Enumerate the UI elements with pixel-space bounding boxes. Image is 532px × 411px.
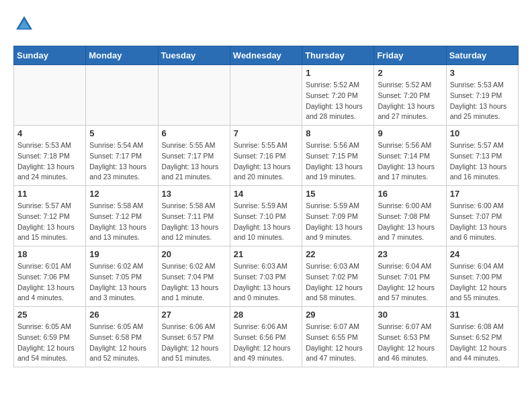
calendar-header-row: SundayMondayTuesdayWednesdayThursdayFrid… — [14, 46, 519, 65]
calendar-day-cell: 11Sunrise: 5:57 AMSunset: 7:12 PMDayligh… — [14, 186, 86, 246]
day-number: 17 — [450, 189, 515, 199]
day-number: 13 — [162, 189, 226, 199]
calendar-week-row: 11Sunrise: 5:57 AMSunset: 7:12 PMDayligh… — [14, 186, 519, 246]
day-number: 31 — [450, 310, 515, 320]
calendar-table: SundayMondayTuesdayWednesdayThursdayFrid… — [13, 46, 519, 367]
calendar-day-cell: 4Sunrise: 5:53 AMSunset: 7:18 PMDaylight… — [14, 126, 86, 186]
day-info: Sunrise: 5:59 AMSunset: 7:10 PMDaylight:… — [234, 201, 298, 243]
page-header — [13, 13, 519, 35]
day-info: Sunrise: 6:00 AMSunset: 7:07 PMDaylight:… — [450, 201, 515, 243]
calendar-day-cell: 29Sunrise: 6:07 AMSunset: 6:55 PMDayligh… — [302, 307, 374, 367]
day-info: Sunrise: 6:02 AMSunset: 7:04 PMDaylight:… — [162, 261, 226, 304]
day-info: Sunrise: 6:06 AMSunset: 6:56 PMDaylight:… — [234, 322, 298, 364]
day-number: 11 — [17, 189, 82, 199]
day-number: 9 — [378, 128, 442, 138]
calendar-day-cell: 17Sunrise: 6:00 AMSunset: 7:07 PMDayligh… — [446, 186, 518, 246]
day-number: 8 — [306, 128, 370, 138]
day-number: 22 — [306, 249, 370, 259]
day-info: Sunrise: 5:52 AMSunset: 7:20 PMDaylight:… — [306, 80, 370, 122]
day-info: Sunrise: 6:06 AMSunset: 6:57 PMDaylight:… — [162, 322, 226, 364]
day-info: Sunrise: 5:59 AMSunset: 7:09 PMDaylight:… — [306, 201, 370, 243]
calendar-day-cell: 15Sunrise: 5:59 AMSunset: 7:09 PMDayligh… — [302, 186, 374, 246]
day-info: Sunrise: 5:52 AMSunset: 7:20 PMDaylight:… — [378, 80, 442, 122]
calendar-day-cell — [230, 65, 302, 126]
day-number: 16 — [378, 189, 442, 199]
day-info: Sunrise: 5:56 AMSunset: 7:14 PMDaylight:… — [378, 140, 442, 183]
day-number: 28 — [234, 310, 298, 320]
day-number: 10 — [450, 128, 515, 138]
day-number: 3 — [450, 68, 515, 78]
calendar-day-cell: 26Sunrise: 6:05 AMSunset: 6:58 PMDayligh… — [86, 307, 158, 367]
day-info: Sunrise: 5:56 AMSunset: 7:15 PMDaylight:… — [306, 140, 370, 183]
day-number: 4 — [17, 128, 82, 138]
day-number: 1 — [306, 68, 370, 78]
day-info: Sunrise: 6:07 AMSunset: 6:55 PMDaylight:… — [306, 322, 370, 364]
day-info: Sunrise: 6:05 AMSunset: 6:59 PMDaylight:… — [17, 322, 82, 364]
calendar-day-cell: 25Sunrise: 6:05 AMSunset: 6:59 PMDayligh… — [14, 307, 86, 367]
calendar-day-cell: 3Sunrise: 5:53 AMSunset: 7:19 PMDaylight… — [446, 65, 518, 126]
day-number: 7 — [234, 128, 298, 138]
calendar-day-cell: 13Sunrise: 5:58 AMSunset: 7:11 PMDayligh… — [158, 186, 230, 246]
day-info: Sunrise: 6:07 AMSunset: 6:53 PMDaylight:… — [378, 322, 442, 364]
day-number: 26 — [89, 310, 154, 320]
day-number: 23 — [378, 249, 442, 259]
day-number: 25 — [17, 310, 82, 320]
calendar-week-row: 4Sunrise: 5:53 AMSunset: 7:18 PMDaylight… — [14, 126, 519, 186]
weekday-header: Wednesday — [230, 46, 302, 65]
day-info: Sunrise: 5:53 AMSunset: 7:19 PMDaylight:… — [450, 80, 515, 122]
weekday-header: Sunday — [14, 46, 86, 65]
day-info: Sunrise: 5:57 AMSunset: 7:13 PMDaylight:… — [450, 140, 515, 183]
calendar-day-cell: 7Sunrise: 5:55 AMSunset: 7:16 PMDaylight… — [230, 126, 302, 186]
day-info: Sunrise: 5:53 AMSunset: 7:18 PMDaylight:… — [17, 140, 82, 183]
day-info: Sunrise: 6:01 AMSunset: 7:06 PMDaylight:… — [17, 261, 82, 304]
calendar-day-cell: 28Sunrise: 6:06 AMSunset: 6:56 PMDayligh… — [230, 307, 302, 367]
day-info: Sunrise: 5:57 AMSunset: 7:12 PMDaylight:… — [17, 201, 82, 243]
calendar-day-cell: 16Sunrise: 6:00 AMSunset: 7:08 PMDayligh… — [374, 186, 446, 246]
calendar-day-cell: 20Sunrise: 6:02 AMSunset: 7:04 PMDayligh… — [158, 246, 230, 307]
weekday-header: Saturday — [446, 46, 518, 65]
day-number: 24 — [450, 249, 515, 259]
calendar-week-row: 18Sunrise: 6:01 AMSunset: 7:06 PMDayligh… — [14, 246, 519, 307]
calendar-day-cell: 6Sunrise: 5:55 AMSunset: 7:17 PMDaylight… — [158, 126, 230, 186]
calendar-day-cell — [14, 65, 86, 126]
calendar-day-cell: 8Sunrise: 5:56 AMSunset: 7:15 PMDaylight… — [302, 126, 374, 186]
day-info: Sunrise: 6:04 AMSunset: 7:01 PMDaylight:… — [378, 261, 442, 304]
day-number: 15 — [306, 189, 370, 199]
day-info: Sunrise: 6:05 AMSunset: 6:58 PMDaylight:… — [89, 322, 154, 364]
weekday-header: Tuesday — [158, 46, 230, 65]
calendar-day-cell: 27Sunrise: 6:06 AMSunset: 6:57 PMDayligh… — [158, 307, 230, 367]
day-info: Sunrise: 5:55 AMSunset: 7:16 PMDaylight:… — [234, 140, 298, 183]
day-number: 20 — [162, 249, 226, 259]
calendar-day-cell: 12Sunrise: 5:58 AMSunset: 7:12 PMDayligh… — [86, 186, 158, 246]
day-number: 18 — [17, 249, 82, 259]
calendar-day-cell — [158, 65, 230, 126]
day-number: 5 — [89, 128, 154, 138]
calendar-day-cell: 21Sunrise: 6:03 AMSunset: 7:03 PMDayligh… — [230, 246, 302, 307]
calendar-week-row: 25Sunrise: 6:05 AMSunset: 6:59 PMDayligh… — [14, 307, 519, 367]
day-number: 30 — [378, 310, 442, 320]
day-info: Sunrise: 5:55 AMSunset: 7:17 PMDaylight:… — [162, 140, 226, 183]
day-number: 21 — [234, 249, 298, 259]
logo — [13, 13, 39, 35]
day-number: 12 — [89, 189, 154, 199]
day-info: Sunrise: 5:54 AMSunset: 7:17 PMDaylight:… — [89, 140, 154, 183]
day-info: Sunrise: 6:08 AMSunset: 6:52 PMDaylight:… — [450, 322, 515, 364]
weekday-header: Friday — [374, 46, 446, 65]
calendar-day-cell: 30Sunrise: 6:07 AMSunset: 6:53 PMDayligh… — [374, 307, 446, 367]
day-number: 29 — [306, 310, 370, 320]
calendar-day-cell: 23Sunrise: 6:04 AMSunset: 7:01 PMDayligh… — [374, 246, 446, 307]
calendar-day-cell — [86, 65, 158, 126]
day-number: 2 — [378, 68, 442, 78]
calendar-day-cell: 24Sunrise: 6:04 AMSunset: 7:00 PMDayligh… — [446, 246, 518, 307]
calendar-day-cell: 18Sunrise: 6:01 AMSunset: 7:06 PMDayligh… — [14, 246, 86, 307]
calendar-day-cell: 10Sunrise: 5:57 AMSunset: 7:13 PMDayligh… — [446, 126, 518, 186]
calendar-week-row: 1Sunrise: 5:52 AMSunset: 7:20 PMDaylight… — [14, 65, 519, 126]
weekday-header: Thursday — [302, 46, 374, 65]
day-info: Sunrise: 5:58 AMSunset: 7:11 PMDaylight:… — [162, 201, 226, 243]
day-info: Sunrise: 6:00 AMSunset: 7:08 PMDaylight:… — [378, 201, 442, 243]
day-info: Sunrise: 6:03 AMSunset: 7:03 PMDaylight:… — [234, 261, 298, 304]
calendar-day-cell: 19Sunrise: 6:02 AMSunset: 7:05 PMDayligh… — [86, 246, 158, 307]
day-info: Sunrise: 5:58 AMSunset: 7:12 PMDaylight:… — [89, 201, 154, 243]
calendar-day-cell: 2Sunrise: 5:52 AMSunset: 7:20 PMDaylight… — [374, 65, 446, 126]
calendar-day-cell: 9Sunrise: 5:56 AMSunset: 7:14 PMDaylight… — [374, 126, 446, 186]
